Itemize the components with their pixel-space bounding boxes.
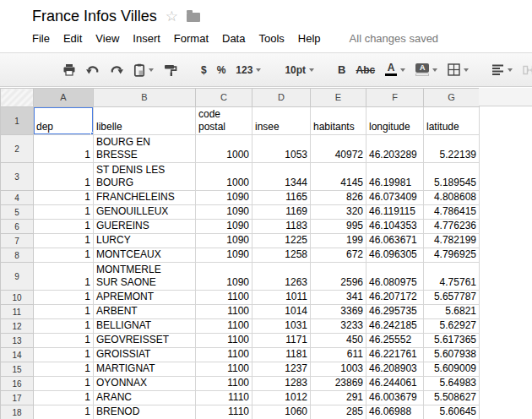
cell-G5[interactable]: 4.786415 [424,205,480,220]
menu-data[interactable]: Data [215,32,252,45]
cell-D1[interactable]: insee [252,107,311,135]
menu-insert[interactable]: Insert [126,32,167,45]
cell-G12[interactable]: 5.62927 [424,319,480,334]
cell-A7[interactable]: 1 [34,234,94,248]
cell-C4[interactable]: 1090 [196,191,252,205]
cell-F5[interactable]: 46.119115 [366,205,424,220]
cell-G15[interactable]: 5.609009 [424,362,480,377]
cell-B13[interactable]: GEOVREISSET [94,334,196,348]
cell-D2[interactable]: 1053 [252,135,311,163]
row-header-11[interactable]: 11 [1,305,34,319]
cell-C18[interactable]: 1110 [196,405,252,419]
cell-D13[interactable]: 1171 [252,334,311,348]
text-color-caret[interactable] [400,68,405,72]
cell-D8[interactable]: 1258 [252,248,311,263]
cell-G6[interactable]: 4.776236 [424,220,480,234]
cell-D4[interactable]: 1165 [252,191,311,205]
row-header-16[interactable]: 16 [1,377,34,391]
cell-B14[interactable]: GROISSIAT [94,348,196,362]
cell-F17[interactable]: 46.003679 [366,391,424,405]
select-all-corner[interactable] [1,89,34,107]
row-header-18[interactable]: 18 [1,405,34,419]
cell-C14[interactable]: 1100 [196,348,252,362]
cell-C6[interactable]: 1090 [196,220,252,234]
cell-F13[interactable]: 46.25552 [366,334,424,348]
bold-button[interactable]: B [338,63,345,76]
percent-format-button[interactable]: % [217,64,226,76]
row-header-2[interactable]: 2 [1,135,34,163]
cell-G3[interactable]: 5.189545 [424,163,480,191]
print-button[interactable] [62,63,76,76]
align-button[interactable] [492,64,513,75]
row-header-7[interactable]: 7 [1,234,34,248]
cell-E15[interactable]: 1003 [311,362,366,377]
cell-D6[interactable]: 1183 [252,220,311,234]
cell-E1[interactable]: habitants [311,107,366,135]
cell-D5[interactable]: 1169 [252,205,311,220]
cell-B12[interactable]: BELLIGNAT [94,319,196,334]
row-header-15[interactable]: 15 [1,362,34,377]
cell-F16[interactable]: 46.244061 [366,377,424,391]
cell-E6[interactable]: 995 [311,220,366,234]
cell-F1[interactable]: longitude [366,107,424,135]
menu-view[interactable]: View [89,32,126,45]
cell-E12[interactable]: 3233 [311,319,366,334]
font-size-select[interactable]: 10pt [285,64,314,76]
cell-A9[interactable]: 1 [34,263,94,291]
cell-F6[interactable]: 46.104353 [366,220,424,234]
cell-G1[interactable]: latitude [424,107,480,135]
cell-A14[interactable]: 1 [34,348,94,362]
cell-A17[interactable]: 1 [34,391,94,405]
cell-A18[interactable]: 1 [34,405,94,419]
cell-B9[interactable]: MONTMERLE SUR SAONE [94,263,196,291]
cell-F14[interactable]: 46.221761 [366,348,424,362]
cell-B16[interactable]: OYONNAX [94,377,196,391]
cell-E5[interactable]: 320 [311,205,366,220]
saved-status[interactable]: All changes saved [350,32,439,45]
cell-C15[interactable]: 1100 [196,362,252,377]
cell-C13[interactable]: 1100 [196,334,252,348]
cell-G2[interactable]: 5.22139 [424,135,480,163]
cell-D18[interactable]: 1060 [252,405,311,419]
cell-B5[interactable]: GENOUILLEUX [94,205,196,220]
cell-G4[interactable]: 4.808608 [424,191,480,205]
cell-E4[interactable]: 826 [311,191,366,205]
cell-C7[interactable]: 1090 [196,234,252,248]
align-caret[interactable] [508,68,513,72]
star-icon[interactable]: ☆ [166,9,178,24]
column-header-B[interactable]: B [94,89,196,107]
cell-D15[interactable]: 1237 [252,362,311,377]
cell-E7[interactable]: 199 [311,234,366,248]
cell-G10[interactable]: 5.657787 [424,291,480,305]
fill-color-button[interactable]: A [415,63,437,76]
row-header-13[interactable]: 13 [1,334,34,348]
cell-C2[interactable]: 1000 [196,135,252,163]
row-header-14[interactable]: 14 [1,348,34,362]
cell-C16[interactable]: 1100 [196,377,252,391]
cell-D16[interactable]: 1283 [252,377,311,391]
redo-button[interactable] [110,64,123,75]
column-header-A[interactable]: A [34,89,94,107]
cell-G17[interactable]: 5.508627 [424,391,480,405]
cell-C9[interactable]: 1090 [196,263,252,291]
cell-A5[interactable]: 1 [34,205,94,220]
cell-C12[interactable]: 1100 [196,319,252,334]
menu-format[interactable]: Format [167,32,215,45]
column-header-C[interactable]: C [196,89,252,107]
cell-D17[interactable]: 1012 [252,391,311,405]
menu-tools[interactable]: Tools [252,32,290,45]
row-header-9[interactable]: 9 [1,263,34,291]
cell-F3[interactable]: 46.19981 [366,163,424,191]
cell-B8[interactable]: MONTCEAUX [94,248,196,263]
cell-A16[interactable]: 1 [34,377,94,391]
cell-F15[interactable]: 46.208903 [366,362,424,377]
cell-B10[interactable]: APREMONT [94,291,196,305]
menu-file[interactable]: File [25,32,57,45]
cell-E2[interactable]: 40972 [311,135,366,163]
cell-E9[interactable]: 2596 [311,263,366,291]
cell-D7[interactable]: 1225 [252,234,311,248]
cell-C10[interactable]: 1100 [196,291,252,305]
cell-C11[interactable]: 1100 [196,305,252,319]
cell-A1[interactable]: dep [34,107,94,135]
cell-E13[interactable]: 450 [311,334,366,348]
